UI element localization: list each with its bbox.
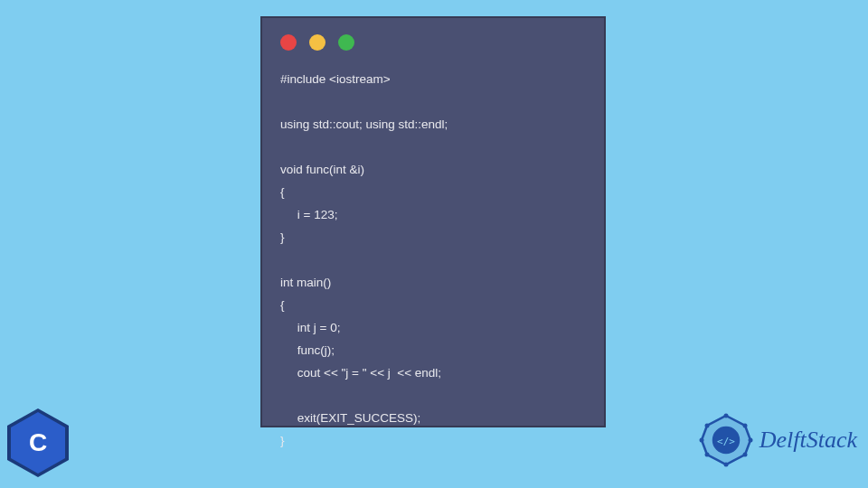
brand-logo-icon: </> [698, 412, 754, 468]
code-block: #include <iostream> using std::cout; usi… [262, 61, 604, 459]
minimize-icon [309, 34, 326, 51]
svg-point-5 [742, 424, 747, 428]
cpp-badge-letter: C [29, 428, 47, 457]
svg-point-10 [699, 438, 703, 443]
svg-point-4 [723, 414, 728, 418]
svg-point-9 [704, 453, 709, 457]
window-controls [262, 18, 604, 61]
close-icon [280, 34, 297, 51]
cpp-logo: C ++ [7, 408, 72, 481]
brand-container: </> DelftStack [698, 412, 857, 468]
brand-name: DelftStack [760, 427, 857, 454]
cpp-badge-plus: ++ [60, 419, 71, 427]
svg-text:</>: </> [717, 436, 735, 447]
svg-point-8 [723, 463, 728, 467]
maximize-icon [338, 34, 354, 51]
svg-point-7 [742, 453, 747, 457]
svg-point-6 [748, 438, 752, 443]
svg-point-11 [704, 424, 709, 428]
code-window: #include <iostream> using std::cout; usi… [260, 16, 606, 427]
